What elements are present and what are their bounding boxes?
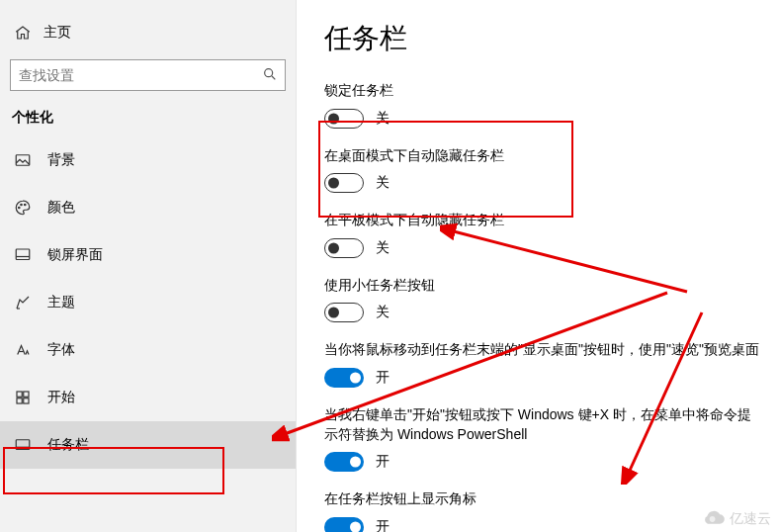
search-icon xyxy=(262,66,278,82)
toggle-badges[interactable] xyxy=(324,517,364,532)
home-icon xyxy=(12,24,34,42)
setting-small-buttons: 使用小任务栏按钮 关 xyxy=(324,276,759,323)
setting-label: 当我右键单击"开始"按钮或按下 Windows 键+X 时，在菜单中将命令提示符… xyxy=(324,405,759,444)
svg-rect-2 xyxy=(16,155,30,166)
setting-label: 锁定任务栏 xyxy=(324,81,759,101)
sidebar-item-label: 字体 xyxy=(47,341,75,359)
svg-rect-9 xyxy=(17,392,22,397)
svg-rect-13 xyxy=(16,440,30,450)
setting-powershell: 当我右键单击"开始"按钮或按下 Windows 键+X 时，在菜单中将命令提示符… xyxy=(324,405,759,472)
setting-lock-taskbar: 锁定任务栏 关 xyxy=(324,81,759,129)
toggle-state: 关 xyxy=(376,304,390,321)
lockscreen-icon xyxy=(12,246,34,264)
home-label: 主页 xyxy=(43,24,71,42)
setting-label: 在任务栏按钮上显示角标 xyxy=(324,489,759,509)
toggle-peek-preview[interactable] xyxy=(324,368,364,388)
toggle-state: 开 xyxy=(376,518,390,532)
taskbar-icon xyxy=(12,436,34,454)
section-title: 个性化 xyxy=(0,109,296,136)
home-link[interactable]: 主页 xyxy=(0,18,296,47)
svg-rect-11 xyxy=(17,399,22,403)
image-icon xyxy=(12,151,34,169)
search-wrap xyxy=(10,59,286,91)
main-panel: 任务栏 锁定任务栏 关 在桌面模式下自动隐藏任务栏 关 在平板模式下自动隐藏任务… xyxy=(297,0,779,532)
toggle-state: 开 xyxy=(376,453,390,471)
svg-rect-6 xyxy=(16,249,30,260)
palette-icon xyxy=(12,199,34,217)
toggle-state: 关 xyxy=(376,174,390,192)
sidebar-item-fonts[interactable]: 字体 xyxy=(0,326,296,374)
themes-icon xyxy=(12,294,34,311)
sidebar-item-start[interactable]: 开始 xyxy=(0,374,296,421)
svg-line-1 xyxy=(272,76,275,79)
sidebar-item-lockscreen[interactable]: 锁屏界面 xyxy=(0,231,296,279)
setting-badges: 在任务栏按钮上显示角标 开 xyxy=(324,489,759,532)
toggle-state: 开 xyxy=(376,369,390,387)
toggle-autohide-tablet[interactable] xyxy=(324,238,364,258)
svg-rect-10 xyxy=(24,392,29,397)
sidebar-item-label: 主题 xyxy=(47,294,75,311)
sidebar-item-label: 颜色 xyxy=(47,199,75,217)
start-icon xyxy=(12,389,34,406)
toggle-small-buttons[interactable] xyxy=(324,303,364,322)
setting-label: 使用小任务栏按钮 xyxy=(324,276,759,296)
sidebar-item-label: 任务栏 xyxy=(47,436,89,454)
sidebar-item-label: 背景 xyxy=(47,151,75,169)
sidebar-item-background[interactable]: 背景 xyxy=(0,136,296,184)
sidebar-item-taskbar[interactable]: 任务栏 xyxy=(0,421,296,469)
toggle-state: 关 xyxy=(376,239,390,257)
setting-label: 在平板模式下自动隐藏任务栏 xyxy=(324,211,759,230)
toggle-lock-taskbar[interactable] xyxy=(324,109,364,129)
setting-label: 当你将鼠标移动到任务栏末端的"显示桌面"按钮时，使用"速览"预览桌面 xyxy=(324,340,759,360)
search-input[interactable] xyxy=(10,59,286,91)
setting-autohide-tablet: 在平板模式下自动隐藏任务栏 关 xyxy=(324,211,759,258)
svg-rect-12 xyxy=(24,399,29,403)
sidebar-item-themes[interactable]: 主题 xyxy=(0,279,296,326)
sidebar-item-label: 锁屏界面 xyxy=(47,246,103,264)
toggle-autohide-desktop[interactable] xyxy=(324,173,364,193)
svg-point-4 xyxy=(21,204,23,206)
toggle-state: 关 xyxy=(376,110,390,128)
sidebar: 主页 个性化 背景 颜色 锁屏界面 xyxy=(0,0,297,532)
setting-autohide-desktop: 在桌面模式下自动隐藏任务栏 关 xyxy=(324,146,759,194)
toggle-powershell[interactable] xyxy=(324,452,364,472)
sidebar-item-colors[interactable]: 颜色 xyxy=(0,184,296,231)
sidebar-item-label: 开始 xyxy=(47,389,75,406)
setting-peek-preview: 当你将鼠标移动到任务栏末端的"显示桌面"按钮时，使用"速览"预览桌面 开 xyxy=(324,340,759,388)
svg-point-3 xyxy=(19,207,21,209)
font-icon xyxy=(12,341,34,359)
page-title: 任务栏 xyxy=(324,20,759,57)
svg-point-5 xyxy=(25,204,27,206)
svg-point-0 xyxy=(265,69,273,77)
setting-label: 在桌面模式下自动隐藏任务栏 xyxy=(324,146,759,166)
